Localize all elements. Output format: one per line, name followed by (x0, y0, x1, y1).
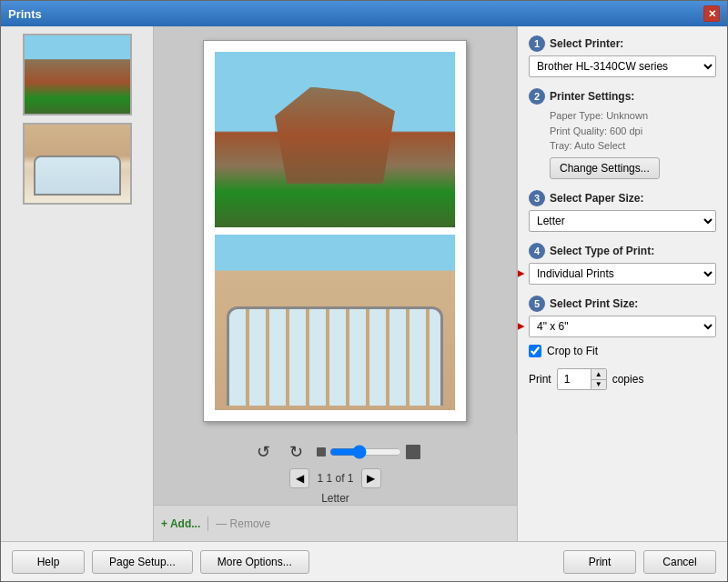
step-3: 3 (529, 190, 545, 206)
arrow-1-icon (518, 265, 525, 283)
spin-buttons: ▲ ▼ (591, 369, 606, 389)
copies-spinner: ▲ ▼ (557, 368, 607, 390)
zoom-large-icon (406, 445, 420, 459)
copies-up-button[interactable]: ▲ (592, 369, 606, 379)
cancel-button[interactable]: Cancel (643, 550, 716, 574)
help-button[interactable]: Help (12, 550, 85, 574)
step-5: 5 (529, 296, 545, 312)
printer-select[interactable]: Brother HL-3140CW series (529, 55, 716, 77)
page-navigation: ◀ 1 1 of 1 ▶ (154, 468, 517, 488)
print-label: Print (529, 373, 551, 386)
print-type-select[interactable]: Individual Prints Contact Sheet Picture … (529, 263, 716, 285)
remove-button[interactable]: — Remove (216, 517, 270, 530)
action-right: Print Cancel (563, 550, 716, 574)
current-page: 1 (317, 472, 326, 485)
crop-to-fit-checkbox[interactable] (529, 345, 541, 357)
print-size-label-text: Select Print Size: (550, 297, 638, 310)
print-button[interactable]: Print (563, 550, 636, 574)
title-bar: Prints ✕ (1, 1, 727, 26)
separator (207, 517, 208, 531)
next-page-button[interactable]: ▶ (361, 468, 381, 488)
printer-label: 1 Select Printer: (529, 35, 716, 52)
paper-size-group: 3 Select Paper Size: Letter A4 4x6 (529, 190, 716, 232)
print-type-group: 4 Select Type of Print: Individual Print… (529, 243, 716, 285)
paper-size-setting-label-text: Select Paper Size: (550, 192, 643, 205)
thumbnail-2[interactable] (23, 123, 132, 205)
printer-settings-group: 2 Printer Settings: Paper Type: Unknown … (529, 88, 716, 179)
close-button[interactable]: ✕ (703, 5, 720, 22)
page-info: 1 1 of 1 (317, 472, 353, 485)
preview-image-1 (215, 52, 455, 227)
building-preview (215, 235, 455, 410)
copies-input[interactable] (558, 371, 591, 387)
thumbnail-panel (1, 26, 154, 541)
bottom-bar: + Add... — Remove (154, 505, 517, 541)
total-pages: 1 of 1 (326, 472, 353, 485)
print-copies-row: Print ▲ ▼ copies (529, 368, 716, 390)
step-2: 2 (529, 88, 545, 105)
settings-panel: 1 Select Printer: Brother HL-3140CW seri… (518, 26, 727, 541)
zoom-controls: ↺ ↻ (154, 439, 517, 465)
paper-type-info: Paper Type: Unknown (550, 108, 716, 124)
zoom-container (317, 445, 420, 459)
action-left: Help Page Setup... More Options... (12, 550, 309, 574)
rotate-right-button[interactable]: ↻ (284, 439, 309, 465)
prints-dialog: Prints ✕ ↺ ↻ (0, 0, 728, 582)
crop-to-fit-row: Crop to Fit (529, 345, 716, 357)
preview-image-2 (215, 235, 455, 410)
tray-info: Tray: Auto Select (550, 138, 716, 154)
main-content: ↺ ↻ ◀ 1 1 of 1 ▶ Letter + Add... (1, 26, 727, 541)
printer-settings-label: 2 Printer Settings: (529, 88, 716, 105)
step-4: 4 (529, 243, 545, 259)
printer-info: Paper Type: Unknown Print Quality: 600 d… (529, 108, 716, 154)
crop-to-fit-label: Crop to Fit (547, 345, 598, 357)
copies-label: copies (612, 373, 644, 386)
printer-settings-label-text: Printer Settings: (550, 90, 634, 103)
action-bar: Help Page Setup... More Options... Print… (1, 541, 727, 581)
rotate-left-button[interactable]: ↺ (251, 439, 277, 465)
printer-label-text: Select Printer: (550, 37, 623, 50)
copies-down-button[interactable]: ▼ (592, 379, 606, 389)
paper-size-setting-label: 3 Select Paper Size: (529, 190, 716, 206)
arrow-2-icon (518, 317, 525, 336)
prev-page-button[interactable]: ◀ (289, 468, 309, 488)
print-quality-info: Print Quality: 600 dpi (550, 124, 716, 139)
zoom-small-icon (317, 447, 326, 457)
print-type-label-text: Select Type of Print: (550, 245, 654, 257)
center-panel: ↺ ↻ ◀ 1 1 of 1 ▶ Letter + Add... (154, 26, 518, 541)
zoom-slider[interactable] (329, 445, 402, 459)
print-size-label: 5 Select Print Size: (529, 296, 716, 312)
change-settings-button[interactable]: Change Settings... (550, 157, 660, 179)
landscape-preview (215, 52, 455, 227)
page-setup-button[interactable]: Page Setup... (92, 550, 193, 574)
step-1: 1 (529, 35, 545, 52)
paper-size-select[interactable]: Letter A4 4x6 (529, 210, 716, 232)
preview-area (154, 26, 517, 434)
add-button[interactable]: + Add... (161, 517, 200, 530)
more-options-button[interactable]: More Options... (200, 550, 309, 574)
print-type-row: Individual Prints Contact Sheet Picture … (529, 263, 716, 285)
dialog-title: Prints (8, 7, 42, 21)
print-type-label: 4 Select Type of Print: (529, 243, 716, 259)
page-preview (203, 40, 467, 422)
printer-group: 1 Select Printer: Brother HL-3140CW seri… (529, 35, 716, 77)
print-size-group: 5 Select Print Size: 4" x 6" (529, 296, 716, 357)
print-size-row: 4" x 6" 3.5" x 5" 5" x 7" 8" x 10" (529, 316, 716, 337)
paper-size-label: Letter (154, 492, 517, 505)
thumbnail-1[interactable] (23, 34, 132, 115)
print-size-select[interactable]: 4" x 6" 3.5" x 5" 5" x 7" 8" x 10" (529, 316, 716, 337)
